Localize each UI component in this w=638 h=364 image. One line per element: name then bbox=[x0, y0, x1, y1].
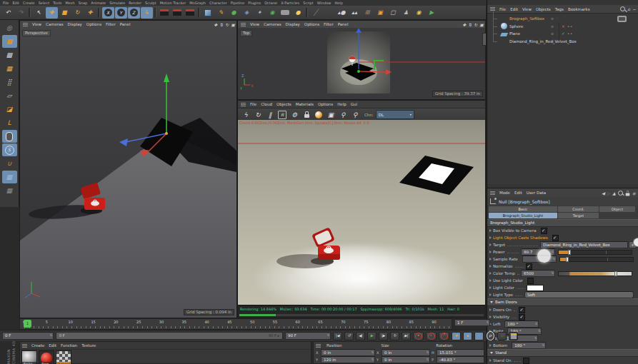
perspective-canvas[interactable] bbox=[20, 28, 236, 318]
render-output[interactable]: Check:0.002ms./0.002ms. MeshGen:0ms. Upd… bbox=[238, 120, 485, 305]
pick-from-view-button[interactable] bbox=[633, 238, 638, 247]
history-icon[interactable]: ◉ bbox=[632, 191, 636, 196]
end-frame-field[interactable]: 90 F bbox=[285, 332, 331, 340]
add-generator-icon[interactable]: ● bbox=[228, 7, 240, 19]
coord-system-icon[interactable]: ↳ bbox=[141, 7, 153, 19]
visibility-checkbox[interactable] bbox=[519, 314, 525, 320]
back-arrow-icon[interactable]: ◀ bbox=[602, 191, 605, 196]
menu-item[interactable]: Motion Tracker bbox=[160, 1, 186, 5]
expand-icon[interactable] bbox=[489, 308, 492, 311]
viewport-menu-item[interactable]: View bbox=[32, 22, 41, 26]
attribute-menu-item[interactable]: Edit bbox=[514, 191, 522, 195]
start-render-icon[interactable]: ϟ bbox=[240, 109, 251, 120]
search-icon[interactable] bbox=[620, 6, 625, 11]
pick-focus-icon[interactable]: ⚲ bbox=[337, 109, 349, 120]
position-field[interactable]: 0 in bbox=[321, 349, 375, 356]
panel-menu-icon[interactable] bbox=[490, 7, 495, 11]
expand-icon[interactable] bbox=[489, 243, 492, 246]
panel-menu-icon[interactable] bbox=[23, 23, 28, 26]
add-camera-icon[interactable] bbox=[279, 7, 291, 19]
panel-menu-icon[interactable] bbox=[241, 23, 246, 26]
pause-render-icon[interactable]: ‖ bbox=[264, 109, 276, 120]
autokey-button[interactable]: ◐ bbox=[426, 332, 437, 340]
array-tool-icon[interactable]: ▴● bbox=[336, 7, 348, 19]
power-field[interactable]: 80.7 bbox=[521, 248, 555, 256]
lock-z-axis-icon[interactable]: Z bbox=[128, 7, 140, 19]
use-light-color-checkbox[interactable] bbox=[527, 278, 534, 284]
object-name[interactable]: Diamond_Ring_in_Red_Velvet_Box bbox=[509, 39, 577, 44]
material-thumbnail[interactable]: Backg... bbox=[21, 350, 37, 364]
search-icon[interactable] bbox=[618, 191, 623, 196]
viewport-menu-item[interactable]: Filter bbox=[324, 22, 334, 26]
expand-icon[interactable] bbox=[489, 359, 492, 362]
timeline-playhead[interactable]: 1 bbox=[24, 320, 31, 328]
menu-item[interactable]: Select bbox=[39, 1, 49, 5]
expand-icon[interactable] bbox=[489, 236, 492, 239]
axis-mode-icon[interactable]: L bbox=[2, 116, 17, 129]
object-manager-menu-item[interactable]: File bbox=[499, 7, 506, 11]
edges-mode-icon[interactable]: ▱ bbox=[2, 89, 17, 102]
expand-icon[interactable] bbox=[489, 315, 492, 318]
doors-on-checkbox[interactable] bbox=[519, 307, 525, 313]
visibility-toggles[interactable]: ⊘ : bbox=[551, 16, 558, 21]
play-forwards-button[interactable]: ▶ bbox=[367, 332, 377, 340]
light-type-dropdown[interactable]: Soft bbox=[524, 291, 634, 298]
attribute-tab[interactable]: Coord. bbox=[558, 206, 599, 212]
object-name[interactable]: Brograph_Softbox bbox=[509, 16, 544, 21]
group-tool-icon[interactable]: ▴▴ bbox=[349, 7, 361, 19]
live-viewer-menu-item[interactable]: Objects bbox=[276, 102, 291, 106]
material-thumbnail[interactable]: Diamond bbox=[56, 350, 71, 364]
add-light-icon[interactable]: ● bbox=[292, 7, 304, 19]
redo-icon[interactable]: ↷ bbox=[15, 7, 27, 19]
render-view-icon[interactable] bbox=[159, 7, 171, 19]
material-menu-item[interactable]: Function bbox=[61, 343, 77, 348]
loop-button[interactable]: ↻ bbox=[390, 332, 399, 340]
viewport-mouse-icon[interactable] bbox=[2, 130, 17, 143]
workplane-b-icon[interactable]: ▦ bbox=[2, 184, 17, 197]
expand-icon[interactable] bbox=[489, 251, 492, 253]
pen-tool-icon[interactable]: ✎ bbox=[215, 7, 227, 19]
material-menu-item[interactable]: Create bbox=[31, 343, 44, 348]
goto-start-button[interactable]: |◀ bbox=[333, 332, 342, 340]
object-manager-menu-item[interactable]: Objects bbox=[536, 7, 551, 11]
toggle-panel-icon[interactable]: ▣ bbox=[231, 22, 235, 27]
expand-icon[interactable] bbox=[489, 344, 492, 347]
top-canvas[interactable]: Z Y X bbox=[238, 28, 485, 99]
separator[interactable] bbox=[306, 8, 308, 17]
color-temp-field[interactable]: 6500 bbox=[521, 270, 555, 277]
settings-gear-icon[interactable]: ⚙ bbox=[289, 109, 300, 120]
attribute-tab[interactable]: Object bbox=[599, 206, 635, 212]
preview-range-slider[interactable]: 0 F 90 F ▸ bbox=[56, 332, 283, 340]
collapse-icon[interactable] bbox=[490, 352, 493, 354]
current-frame-field[interactable]: 1 F bbox=[454, 319, 490, 326]
viewport-menu-item[interactable]: Display bbox=[286, 22, 300, 26]
viewport-menu-item[interactable]: Cameras bbox=[46, 22, 63, 26]
menu-item[interactable]: Tools bbox=[53, 1, 61, 5]
play-primitive-icon[interactable]: ▶ bbox=[426, 7, 438, 19]
menu-item[interactable]: Animate bbox=[91, 1, 106, 5]
stand-section[interactable]: Stand bbox=[487, 349, 638, 357]
move-tool-icon[interactable]: ✚ bbox=[46, 7, 58, 19]
menu-item[interactable]: MoGraph bbox=[189, 1, 206, 5]
minimize-icon[interactable]: − bbox=[632, 6, 636, 11]
separator[interactable] bbox=[29, 8, 31, 17]
object-row[interactable]: Diamond_Ring_in_Red_Velvet_Box ⊘ : bbox=[487, 38, 638, 46]
restart-render-icon[interactable]: ↻ bbox=[252, 109, 264, 120]
menu-item[interactable]: Plugins bbox=[248, 1, 261, 5]
up-arrow-icon[interactable]: ▲ bbox=[612, 191, 616, 196]
menu-item[interactable]: Octane bbox=[264, 1, 277, 5]
object-row[interactable]: Sphere ⊘ : ✕ •• bbox=[487, 23, 638, 31]
panel-menu-icon[interactable] bbox=[241, 103, 246, 106]
viewport-menu-item[interactable]: Panel bbox=[338, 22, 349, 26]
add-spline-icon[interactable]: ✦ bbox=[254, 7, 266, 19]
menu-item[interactable]: Snap bbox=[79, 1, 88, 5]
octane-live-viewer[interactable]: File Cloud Objects Materials Options Hel… bbox=[237, 100, 486, 318]
menu-item[interactable]: File bbox=[3, 1, 9, 5]
object-icon[interactable] bbox=[501, 23, 507, 29]
play-backwards-button[interactable]: ↺ bbox=[344, 332, 354, 340]
attribute-tab[interactable]: Basic bbox=[489, 206, 557, 212]
live-viewer-menu-item[interactable]: Materials bbox=[296, 102, 314, 106]
viewport-splitter-handle[interactable] bbox=[482, 33, 487, 46]
object-icon[interactable] bbox=[501, 39, 507, 44]
goto-end-button[interactable]: ▶| bbox=[402, 332, 411, 340]
